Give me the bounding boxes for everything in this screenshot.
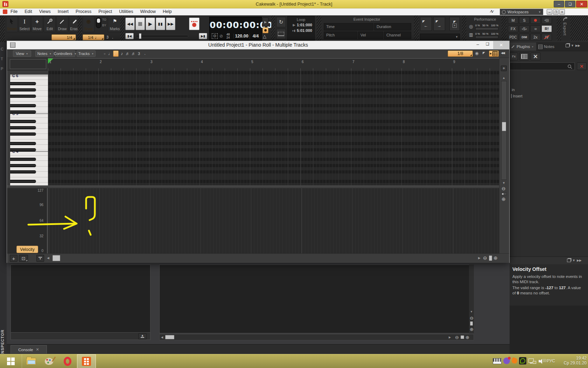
tool-edit-button[interactable]: Edit xyxy=(44,16,56,32)
app-maximize-button[interactable]: ❑ xyxy=(565,1,575,7)
loop-button[interactable]: ↻ xyxy=(276,17,286,27)
fit-content-button[interactable]: ⊡ xyxy=(19,255,28,262)
monitor-button[interactable]: •))) xyxy=(541,17,552,24)
snap-resolution-dropdown[interactable]: 1/4 ♩ xyxy=(83,34,104,40)
menu-edit[interactable]: Edit xyxy=(24,9,32,14)
scroll-left-icon[interactable]: ◀ xyxy=(161,336,163,339)
tray-nvidia-icon[interactable] xyxy=(519,357,526,364)
expand-arrows-icon[interactable]: ↗↙ xyxy=(489,9,494,14)
tool-move-button[interactable]: + Move xyxy=(31,16,43,32)
menu-help[interactable]: Help xyxy=(163,9,172,14)
velocity-canvas[interactable] xyxy=(49,188,499,253)
zoom-in-icon[interactable]: ⊕ xyxy=(493,255,498,260)
zoom-out-icon[interactable]: ⊖ xyxy=(455,335,459,340)
window-close-button[interactable]: ✕ xyxy=(493,41,509,49)
zoom-in-icon[interactable]: ⊕ xyxy=(470,327,474,332)
sync-icon[interactable]: ⊙ xyxy=(212,33,218,39)
punch-add-button[interactable]: ◤ + xyxy=(449,17,460,31)
browser-fx-button[interactable]: Fx xyxy=(510,53,518,60)
tray-volume-icon[interactable]: ))) xyxy=(539,359,546,364)
scroll-left-icon[interactable]: ◀ xyxy=(47,256,49,260)
black-key[interactable] xyxy=(10,180,36,183)
add-lane-button[interactable]: + xyxy=(10,255,18,262)
marks-button[interactable]: ⚑ Marks xyxy=(108,16,122,32)
menu-file[interactable]: File xyxy=(10,9,18,14)
pr-menu-tracks[interactable]: Tracks▼ xyxy=(77,50,96,57)
rewind-button[interactable]: ◀◀ xyxy=(125,18,135,30)
dock-vscrollbar[interactable]: ▼ ⊖ ⊕ xyxy=(469,265,474,333)
velocity-splitter[interactable] xyxy=(7,185,509,188)
inspector-time-field[interactable]: Time xyxy=(324,23,373,30)
black-key[interactable] xyxy=(10,170,36,173)
mdi-close-button[interactable]: × xyxy=(559,9,565,15)
zoom-in-icon[interactable]: ⊕ xyxy=(465,335,469,340)
tab-notes[interactable]: Notes xyxy=(537,42,560,51)
cascade-icon[interactable] xyxy=(567,259,571,262)
vzoom-slider[interactable] xyxy=(470,321,473,326)
mdi-restore-button[interactable]: ❐ xyxy=(553,9,559,15)
flag-triangle-icon[interactable]: ◤ xyxy=(483,51,485,55)
browser-instruments-button[interactable] xyxy=(519,53,529,60)
inspector-duration-field[interactable]: Duration xyxy=(374,23,411,30)
go-to-end-button[interactable]: ▶▮ xyxy=(199,33,207,39)
pr-menu-controllers[interactable]: Controllers▼ xyxy=(55,50,75,57)
whole-note-button[interactable]: ○ xyxy=(102,50,107,57)
mini-play-button[interactable]: ▶ xyxy=(262,18,268,27)
menu-process[interactable]: Process xyxy=(76,9,91,14)
tray-language[interactable]: РУС xyxy=(547,359,555,363)
vscroll-thumb[interactable] xyxy=(502,122,506,131)
scroll-up-icon[interactable]: ▲ xyxy=(502,76,505,80)
tab-console[interactable]: Console ✕ xyxy=(10,345,47,354)
hzoom-slider[interactable] xyxy=(461,335,464,339)
hscroll-thumb[interactable] xyxy=(165,335,174,339)
taskbar-cakewalk-button[interactable] xyxy=(77,354,96,368)
vzoom-slider[interactable] xyxy=(501,192,507,195)
tray-avast-icon[interactable] xyxy=(511,357,518,364)
piano-keyboard[interactable]: C 6 C 5 C 4 xyxy=(10,75,48,185)
scroll-right-icon[interactable]: ▶ xyxy=(449,336,451,339)
sixteenth-note-button[interactable]: ♬ xyxy=(125,50,130,57)
black-key[interactable] xyxy=(10,158,36,161)
tool-smart-button[interactable]: Smart xyxy=(6,16,18,32)
dock-right-panel[interactable] xyxy=(159,265,473,333)
tempo-value[interactable]: 120.00 xyxy=(233,34,250,39)
list-item[interactable]: in xyxy=(512,88,515,92)
black-key[interactable] xyxy=(10,126,36,129)
tray-clock[interactable]: 19:42 Ср 29.01.20 xyxy=(559,356,587,366)
black-key[interactable] xyxy=(10,82,36,85)
collapse-icon[interactable]: ◀◀ xyxy=(501,51,504,55)
mdi-minimize-button[interactable]: – xyxy=(547,9,552,15)
grid-snap-button[interactable]: ▶ xyxy=(489,50,499,57)
tool-draw-button[interactable]: Draw xyxy=(56,16,68,32)
loop-end-value[interactable]: 5:01:000 xyxy=(297,28,312,33)
thirtysecond-note-button[interactable]: ♬ xyxy=(131,50,136,57)
position-slider-thumb[interactable] xyxy=(139,33,141,39)
workspaces-dropdown[interactable]: Workspaces ▼ xyxy=(500,9,543,15)
black-key[interactable] xyxy=(10,95,36,98)
scroll-down-icon[interactable]: ▼ xyxy=(470,310,473,313)
mini-record-button[interactable] xyxy=(262,27,268,33)
expand-right-icon[interactable]: ▶▶ xyxy=(577,259,582,262)
timeline-ruler[interactable]: 1 2 3 4 5 6 7 8 9 xyxy=(48,58,499,70)
black-key[interactable] xyxy=(10,88,36,91)
pause-button[interactable]: ▮▮ xyxy=(156,18,165,30)
close-icon[interactable]: ✕ xyxy=(36,347,39,352)
loop-ruler-button[interactable] xyxy=(276,29,286,39)
pdc-button[interactable]: PDC xyxy=(508,34,518,41)
record-button[interactable] xyxy=(189,18,200,30)
rtz-button[interactable]: ▮◀ xyxy=(125,33,134,39)
chevron-down-icon[interactable]: ▼ xyxy=(571,44,574,47)
punch-in-button[interactable]: ◤ ← xyxy=(420,17,432,31)
fast-forward-button[interactable]: ▶▶ xyxy=(166,18,175,30)
position-slider[interactable] xyxy=(136,35,188,37)
menu-views[interactable]: Views xyxy=(39,9,51,14)
half-note-button[interactable]: ♩ xyxy=(108,50,113,57)
black-key[interactable] xyxy=(10,132,36,136)
dock-hscrollbar[interactable]: ◀ ▶ ⊖ ⊕ xyxy=(159,334,474,340)
note-grid[interactable] xyxy=(48,70,499,185)
browser-search-input[interactable] xyxy=(510,62,575,70)
app-close-button[interactable]: ✕ xyxy=(576,1,587,7)
snap-to-by-toggle[interactable] xyxy=(96,18,101,28)
brush-icon[interactable]: ⊘ xyxy=(219,34,223,39)
panel-window-icons[interactable]: ▼ ▶▶ xyxy=(566,44,580,47)
